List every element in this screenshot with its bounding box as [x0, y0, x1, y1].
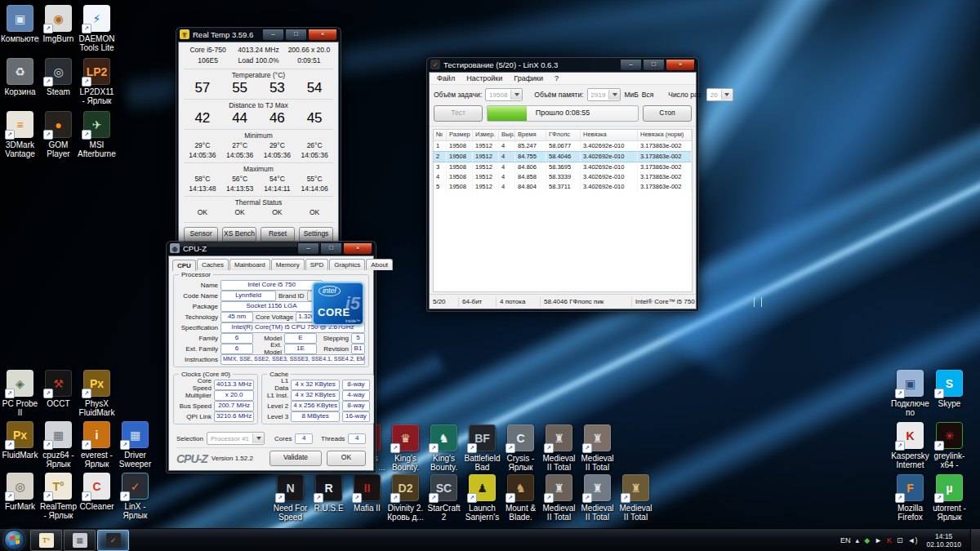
taskbar-clock[interactable]: 14:15 02.10.2010 [922, 532, 965, 549]
language-indicator[interactable]: EN [840, 536, 851, 544]
tray-expand-icon[interactable]: ▴ [856, 536, 860, 544]
problem-size-select[interactable]: 19508 [485, 88, 523, 101]
desktop-icon-kaspersky[interactable]: K ↗ Kaspersky Internet Se... [891, 422, 929, 474]
desktop-icon-msi-afterburner[interactable]: ✈ ↗ MSI Afterburner [78, 111, 116, 164]
desktop-icon-skype[interactable]: S ↗ Skype [930, 370, 969, 422]
desktop-icon-mount-blade[interactable]: ♞ ↗ Mount & Blade. Эпо... [501, 474, 540, 522]
multiplier-field: x 20.0 [214, 390, 254, 401]
validate-button[interactable]: Validate [270, 451, 322, 466]
desktop-icon-nfs-world[interactable]: N ↗ Need For Speed World [271, 474, 310, 522]
cpuz-tab[interactable]: Memory [271, 259, 305, 270]
menu-graphs[interactable]: Графики [508, 73, 549, 83]
taskbar-cpuz-button[interactable]: ▦ [64, 530, 96, 551]
desktop-icon-kings-bounty-3[interactable]: ♞ ↗ King's Bounty. Пе... [425, 424, 463, 473]
core2-distance: 46 [259, 110, 296, 127]
table-row[interactable]: 4 19508 19512 4 84.858 58.3339 3.402692e… [434, 172, 692, 182]
desktop-icon-daemon-tools[interactable]: ⚡ ↗ DAEMON Tools Lite [78, 5, 116, 58]
desktop-icon-divinity2[interactable]: D2 ↗ Divinity 2. Кровь д... [386, 474, 425, 522]
desktop-icon-mafia2[interactable]: II ↗ Mafia II [348, 474, 386, 522]
desktop-icon-greylink[interactable]: ✳ ↗ greylink-x64 - Ярлык [930, 422, 969, 474]
desktop-icon-ruse[interactable]: R ↗ R.U.S.E [310, 474, 348, 522]
tray-green-utility-icon[interactable]: ◆ [864, 536, 870, 544]
cpuz-tab[interactable]: Graphics [329, 259, 365, 270]
processor-select[interactable]: Processor #1 [207, 432, 265, 445]
minimize-button[interactable]: – [262, 29, 284, 41]
table-row[interactable]: 1 19508 19512 4 85.247 58.0677 3.402692e… [434, 141, 692, 151]
menu-file[interactable]: Файл [431, 73, 461, 83]
desktop-icon-ccleaner[interactable]: C ↗ CCleaner [78, 473, 116, 520]
desktop-icon-crysis[interactable]: C ↗ Crysis - Ярлык [501, 424, 540, 473]
tray-kaspersky-icon[interactable]: K [887, 536, 892, 544]
menu-help[interactable]: ? [549, 73, 564, 83]
test-button[interactable]: Тест [434, 105, 483, 122]
desktop-icon-furmark[interactable]: ◎ ↗ FurMark [1, 473, 39, 520]
close-button[interactable]: × [666, 59, 695, 71]
desktop-icon-fluidmark[interactable]: Px ↗ FluidMark [1, 421, 39, 469]
all-memory-option[interactable]: Вся [642, 91, 654, 99]
desktop-icon-kings-bounty-2[interactable]: ♛ ↗ King's Bounty. Пр... [386, 424, 425, 473]
desktop-icon-steam[interactable]: ◎ ↗ Steam [39, 58, 78, 111]
app-icon: ♜ ↗ [584, 474, 611, 501]
app-icon: ♟ ↗ [469, 474, 496, 501]
minimize-button[interactable]: – [620, 59, 642, 71]
cpuz-tab[interactable]: Mainboard [229, 259, 270, 270]
table-row[interactable]: 3 19508 19512 4 84.806 58.3695 3.402692e… [434, 162, 692, 172]
stop-button[interactable]: Стоп [643, 105, 692, 122]
desktop-icon-medieval-5[interactable]: ♜ ↗ Medieval II Total Wa... [617, 474, 655, 522]
desktop-icon-medieval-2[interactable]: ♜ ↗ Medieval II Total Wa... [578, 424, 617, 473]
desktop-icon-cpuz64[interactable]: ▦ ↗ cpuz64 - Ярлык [39, 421, 78, 469]
shortcut-arrow-icon: ↗ [506, 443, 515, 453]
maximize-button[interactable]: □ [285, 29, 307, 41]
model-field: E [284, 333, 317, 344]
desktop-icon-firefox[interactable]: F ↗ Mozilla Firefox 4... [891, 474, 929, 527]
desktop-icon-pc-probe[interactable]: ◈ ↗ PC Probe II V1.04.86 [1, 370, 39, 418]
cpuz-tab[interactable]: CPU [172, 260, 196, 271]
minimize-button[interactable]: – [297, 242, 319, 255]
app-icon: ♜ ↗ [546, 424, 572, 451]
start-button[interactable] [4, 530, 24, 550]
desktop-icon-lp2dx11[interactable]: LP2 ↗ LP2DX11 - Ярлык [78, 58, 116, 111]
tray-pointer-icon[interactable]: ► [875, 536, 882, 544]
realtemp-titlebar[interactable]: T Real Temp 3.59.6 – □ × [178, 27, 339, 42]
desktop-icon-3dmark-vantage[interactable]: ≡ ↗ 3DMark Vantage [1, 111, 39, 164]
desktop-icon-battlefield[interactable]: BF ↗ Battlefield Bad Comp... [463, 424, 501, 473]
show-desktop-button[interactable] [970, 529, 980, 551]
linx-titlebar[interactable]: ✓ Тестирование (5/20) - LinX 0.6.3 – □ × [429, 57, 697, 72]
desktop-icon-utorrent[interactable]: µ ↗ utorrent - Ярлык [930, 474, 969, 527]
memory-select[interactable]: 2919 [587, 88, 621, 101]
taskbar-linx-button[interactable]: ✓ [97, 530, 129, 551]
maximize-button[interactable]: □ [643, 59, 665, 71]
close-button[interactable]: × [343, 242, 372, 255]
desktop-icon-driver-sweeper[interactable]: ▦ ↗ Driver Sweeper [116, 421, 154, 469]
table-row[interactable]: 2 19508 19512 4 84.755 58.4046 3.402692e… [434, 151, 692, 162]
table-row[interactable]: 5 19508 19512 4 84.804 58.3711 3.402692e… [434, 182, 692, 192]
desktop-icon-medieval-3[interactable]: ♜ ↗ Medieval II Total War [540, 474, 578, 522]
cpuz-titlebar[interactable]: ◆ CPU-Z – □ × [168, 241, 374, 256]
desktop-icon-recycle-bin[interactable]: ♻ Корзина [1, 58, 39, 111]
desktop-icon-linx[interactable]: ✓ ↗ LinX - Ярлык [116, 473, 154, 520]
tray-volume-icon[interactable]: ◄) [908, 536, 918, 544]
desktop-icon-everest[interactable]: i ↗ everest - Ярлык [78, 421, 116, 469]
desktop-icon-physx-fluidmark[interactable]: Px ↗ PhysX FluidMark [78, 370, 116, 418]
menu-settings[interactable]: Настройки [461, 73, 508, 83]
desktop-icon-imgburn[interactable]: ◉ ↗ ImgBurn [39, 5, 78, 58]
maximize-button[interactable]: □ [320, 242, 342, 255]
ext-family-field: 6 [220, 344, 253, 354]
desktop-icon-lan-connection[interactable]: ▣ ↗ Подключе... по локальн... [891, 370, 929, 422]
desktop-icon-occt[interactable]: ⚒ ↗ OCCT [39, 370, 78, 418]
cpuz-tab[interactable]: About [366, 259, 393, 270]
cpuz-tab[interactable]: Caches [197, 259, 229, 270]
ok-button[interactable]: OK [327, 451, 366, 466]
desktop-icon-computer[interactable]: ▣ Компьютер [1, 5, 39, 58]
desktop-icon-medieval-4[interactable]: ♜ ↗ Medieval II Total Wa... [578, 474, 617, 522]
tray-network-icon[interactable]: ⊡ [897, 536, 903, 544]
desktop-icon-gom-player[interactable]: ● ↗ GOM Player [39, 111, 78, 164]
desktop-icon-sanjern[interactable]: ♟ ↗ Launch Sanjern's C... [463, 474, 501, 522]
desktop-icon-realtemp[interactable]: T° ↗ RealTemp - Ярлык [39, 473, 78, 520]
cpuz-tab[interactable]: SPD [305, 259, 328, 270]
desktop-icon-medieval-1[interactable]: ♜ ↗ Medieval II Total Wa... [540, 424, 578, 473]
runs-select[interactable]: 20 [706, 88, 733, 101]
desktop-icon-starcraft2[interactable]: SC ↗ StarCraft 2 [425, 474, 463, 522]
close-button[interactable]: × [308, 29, 337, 41]
taskbar-realtemp-button[interactable]: T° [30, 530, 62, 551]
